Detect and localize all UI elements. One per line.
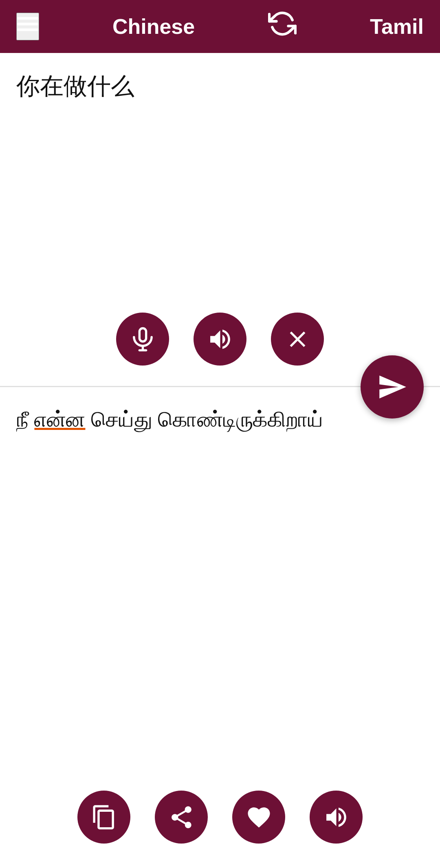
- svg-rect-0: [17, 17, 38, 20]
- source-language-label[interactable]: Chinese: [112, 14, 195, 39]
- favorite-button[interactable]: [232, 791, 285, 844]
- target-speaker-button[interactable]: [310, 791, 363, 844]
- target-controls: [0, 778, 440, 868]
- target-panel: நீ என்ன செய்து கொண்டிருக்கிறாய்: [0, 387, 440, 868]
- target-word-3: செய்து கொண்டிருக்கிறாய்: [85, 408, 323, 431]
- target-word-2[interactable]: என்ன: [34, 408, 85, 431]
- send-button[interactable]: [361, 355, 424, 419]
- app-header: Chinese Tamil: [0, 0, 440, 53]
- source-panel: 你在做什么: [0, 53, 440, 387]
- menu-button[interactable]: [16, 13, 39, 40]
- clear-button[interactable]: [271, 313, 324, 366]
- source-speaker-button[interactable]: [194, 313, 246, 366]
- svg-rect-1: [17, 23, 38, 26]
- microphone-button[interactable]: [116, 313, 169, 366]
- source-text[interactable]: 你在做什么: [0, 53, 440, 300]
- copy-button[interactable]: [77, 791, 130, 844]
- svg-rect-2: [17, 29, 38, 31]
- target-text: நீ என்ன செய்து கொண்டிருக்கிறாய்: [0, 387, 440, 778]
- swap-languages-icon[interactable]: [268, 9, 297, 44]
- target-language-label[interactable]: Tamil: [370, 14, 424, 39]
- share-button[interactable]: [155, 791, 208, 844]
- target-word-1: நீ: [16, 408, 34, 431]
